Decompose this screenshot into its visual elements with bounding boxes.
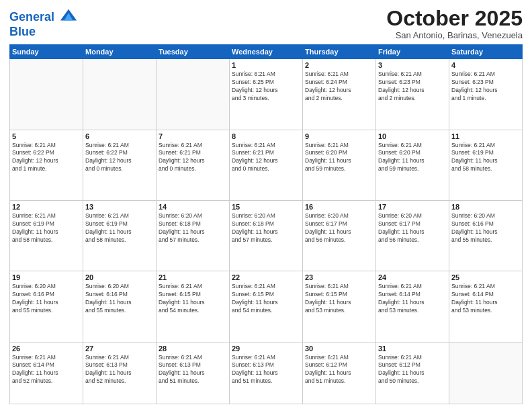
day-number-26: 26 — [12, 345, 81, 353]
day-info-18: Sunrise: 6:20 AM Sunset: 6:16 PM Dayligh… — [451, 212, 520, 244]
day-cell-2: 2Sunrise: 6:21 AM Sunset: 6:24 PM Daylig… — [303, 59, 376, 130]
logo-icon — [59, 7, 78, 26]
day-info-4: Sunrise: 6:21 AM Sunset: 6:23 PM Dayligh… — [451, 71, 520, 103]
day-number-9: 9 — [305, 132, 373, 140]
week-row-2: 12Sunrise: 6:21 AM Sunset: 6:19 PM Dayli… — [10, 200, 523, 271]
day-info-25: Sunrise: 6:21 AM Sunset: 6:14 PM Dayligh… — [451, 283, 520, 315]
day-number-27: 27 — [85, 345, 154, 353]
day-info-24: Sunrise: 6:21 AM Sunset: 6:14 PM Dayligh… — [378, 283, 447, 315]
day-info-16: Sunrise: 6:20 AM Sunset: 6:17 PM Dayligh… — [305, 212, 373, 244]
day-cell-11: 11Sunrise: 6:21 AM Sunset: 6:19 PM Dayli… — [449, 130, 523, 200]
day-number-24: 24 — [378, 273, 447, 281]
week-row-3: 19Sunrise: 6:20 AM Sunset: 6:16 PM Dayli… — [10, 271, 523, 342]
empty-cell — [157, 59, 230, 130]
day-number-14: 14 — [159, 203, 227, 211]
day-info-11: Sunrise: 6:21 AM Sunset: 6:19 PM Dayligh… — [451, 142, 520, 174]
header-thursday: Thursday — [303, 45, 376, 59]
day-info-7: Sunrise: 6:21 AM Sunset: 6:21 PM Dayligh… — [159, 142, 227, 174]
day-info-17: Sunrise: 6:20 AM Sunset: 6:17 PM Dayligh… — [378, 212, 447, 244]
day-info-2: Sunrise: 6:21 AM Sunset: 6:24 PM Dayligh… — [305, 71, 373, 103]
day-number-5: 5 — [12, 132, 81, 140]
header-sunday: Sunday — [10, 45, 83, 59]
day-info-19: Sunrise: 6:20 AM Sunset: 6:16 PM Dayligh… — [12, 283, 81, 315]
day-info-1: Sunrise: 6:21 AM Sunset: 6:25 PM Dayligh… — [232, 71, 300, 103]
day-info-5: Sunrise: 6:21 AM Sunset: 6:22 PM Dayligh… — [12, 142, 81, 174]
day-number-15: 15 — [232, 203, 300, 211]
day-number-28: 28 — [159, 345, 227, 353]
day-number-16: 16 — [305, 203, 373, 211]
day-cell-31: 31Sunrise: 6:21 AM Sunset: 6:12 PM Dayli… — [376, 342, 449, 404]
day-number-1: 1 — [232, 61, 300, 69]
day-cell-17: 17Sunrise: 6:20 AM Sunset: 6:17 PM Dayli… — [376, 200, 449, 271]
day-number-3: 3 — [378, 61, 447, 69]
day-number-31: 31 — [378, 345, 447, 353]
day-cell-25: 25Sunrise: 6:21 AM Sunset: 6:14 PM Dayli… — [449, 271, 523, 342]
day-number-25: 25 — [451, 273, 520, 281]
day-cell-16: 16Sunrise: 6:20 AM Sunset: 6:17 PM Dayli… — [303, 200, 376, 271]
header-wednesday: Wednesday — [230, 45, 303, 59]
day-number-10: 10 — [378, 132, 447, 140]
day-number-6: 6 — [85, 132, 154, 140]
day-cell-24: 24Sunrise: 6:21 AM Sunset: 6:14 PM Dayli… — [376, 271, 449, 342]
day-number-12: 12 — [12, 203, 81, 211]
day-number-22: 22 — [232, 273, 300, 281]
day-info-12: Sunrise: 6:21 AM Sunset: 6:19 PM Dayligh… — [12, 212, 81, 244]
calendar-header-row: SundayMondayTuesdayWednesdayThursdayFrid… — [10, 45, 523, 59]
day-cell-23: 23Sunrise: 6:21 AM Sunset: 6:15 PM Dayli… — [303, 271, 376, 342]
day-cell-10: 10Sunrise: 6:21 AM Sunset: 6:20 PM Dayli… — [376, 130, 449, 200]
day-number-30: 30 — [305, 345, 373, 353]
page: General Blue October 2025 San Antonio, B… — [0, 0, 532, 411]
day-info-14: Sunrise: 6:20 AM Sunset: 6:18 PM Dayligh… — [159, 212, 227, 244]
day-cell-18: 18Sunrise: 6:20 AM Sunset: 6:16 PM Dayli… — [449, 200, 523, 271]
day-cell-5: 5Sunrise: 6:21 AM Sunset: 6:22 PM Daylig… — [10, 130, 83, 200]
day-number-7: 7 — [159, 132, 227, 140]
logo-blue: Blue — [9, 26, 78, 39]
empty-cell — [10, 59, 83, 130]
day-cell-19: 19Sunrise: 6:20 AM Sunset: 6:16 PM Dayli… — [10, 271, 83, 342]
day-cell-21: 21Sunrise: 6:21 AM Sunset: 6:15 PM Dayli… — [157, 271, 230, 342]
day-cell-22: 22Sunrise: 6:21 AM Sunset: 6:15 PM Dayli… — [230, 271, 303, 342]
week-row-0: 1Sunrise: 6:21 AM Sunset: 6:25 PM Daylig… — [10, 59, 523, 130]
title-block: October 2025 San Antonio, Barinas, Venez… — [386, 7, 523, 40]
day-number-17: 17 — [378, 203, 447, 211]
logo-general: General — [9, 10, 54, 24]
day-cell-1: 1Sunrise: 6:21 AM Sunset: 6:25 PM Daylig… — [230, 59, 303, 130]
header-friday: Friday — [376, 45, 449, 59]
day-info-8: Sunrise: 6:21 AM Sunset: 6:21 PM Dayligh… — [232, 142, 300, 174]
day-cell-13: 13Sunrise: 6:21 AM Sunset: 6:19 PM Dayli… — [83, 200, 157, 271]
day-number-23: 23 — [305, 273, 373, 281]
day-number-29: 29 — [232, 345, 300, 353]
week-row-4: 26Sunrise: 6:21 AM Sunset: 6:14 PM Dayli… — [10, 342, 523, 404]
week-row-1: 5Sunrise: 6:21 AM Sunset: 6:22 PM Daylig… — [10, 130, 523, 200]
day-number-8: 8 — [232, 132, 300, 140]
day-cell-4: 4Sunrise: 6:21 AM Sunset: 6:23 PM Daylig… — [449, 59, 523, 130]
day-cell-20: 20Sunrise: 6:20 AM Sunset: 6:16 PM Dayli… — [83, 271, 157, 342]
header-tuesday: Tuesday — [157, 45, 230, 59]
day-info-23: Sunrise: 6:21 AM Sunset: 6:15 PM Dayligh… — [305, 283, 373, 315]
day-cell-28: 28Sunrise: 6:21 AM Sunset: 6:13 PM Dayli… — [157, 342, 230, 404]
month-title: October 2025 — [386, 7, 523, 30]
day-info-15: Sunrise: 6:20 AM Sunset: 6:18 PM Dayligh… — [232, 212, 300, 244]
day-info-9: Sunrise: 6:21 AM Sunset: 6:20 PM Dayligh… — [305, 142, 373, 174]
day-number-19: 19 — [12, 273, 81, 281]
day-info-31: Sunrise: 6:21 AM Sunset: 6:12 PM Dayligh… — [378, 354, 447, 386]
day-info-30: Sunrise: 6:21 AM Sunset: 6:12 PM Dayligh… — [305, 354, 373, 386]
day-cell-12: 12Sunrise: 6:21 AM Sunset: 6:19 PM Dayli… — [10, 200, 83, 271]
day-number-18: 18 — [451, 203, 520, 211]
logo: General Blue — [9, 9, 78, 39]
day-info-28: Sunrise: 6:21 AM Sunset: 6:13 PM Dayligh… — [159, 354, 227, 386]
day-cell-6: 6Sunrise: 6:21 AM Sunset: 6:22 PM Daylig… — [83, 130, 157, 200]
day-cell-15: 15Sunrise: 6:20 AM Sunset: 6:18 PM Dayli… — [230, 200, 303, 271]
day-info-29: Sunrise: 6:21 AM Sunset: 6:13 PM Dayligh… — [232, 354, 300, 386]
header: General Blue October 2025 San Antonio, B… — [9, 7, 523, 40]
empty-cell — [83, 59, 157, 130]
day-info-13: Sunrise: 6:21 AM Sunset: 6:19 PM Dayligh… — [85, 212, 154, 244]
day-cell-14: 14Sunrise: 6:20 AM Sunset: 6:18 PM Dayli… — [157, 200, 230, 271]
day-info-21: Sunrise: 6:21 AM Sunset: 6:15 PM Dayligh… — [159, 283, 227, 315]
day-info-6: Sunrise: 6:21 AM Sunset: 6:22 PM Dayligh… — [85, 142, 154, 174]
day-info-20: Sunrise: 6:20 AM Sunset: 6:16 PM Dayligh… — [85, 283, 154, 315]
day-number-21: 21 — [159, 273, 227, 281]
day-cell-3: 3Sunrise: 6:21 AM Sunset: 6:23 PM Daylig… — [376, 59, 449, 130]
day-cell-30: 30Sunrise: 6:21 AM Sunset: 6:12 PM Dayli… — [303, 342, 376, 404]
day-cell-7: 7Sunrise: 6:21 AM Sunset: 6:21 PM Daylig… — [157, 130, 230, 200]
